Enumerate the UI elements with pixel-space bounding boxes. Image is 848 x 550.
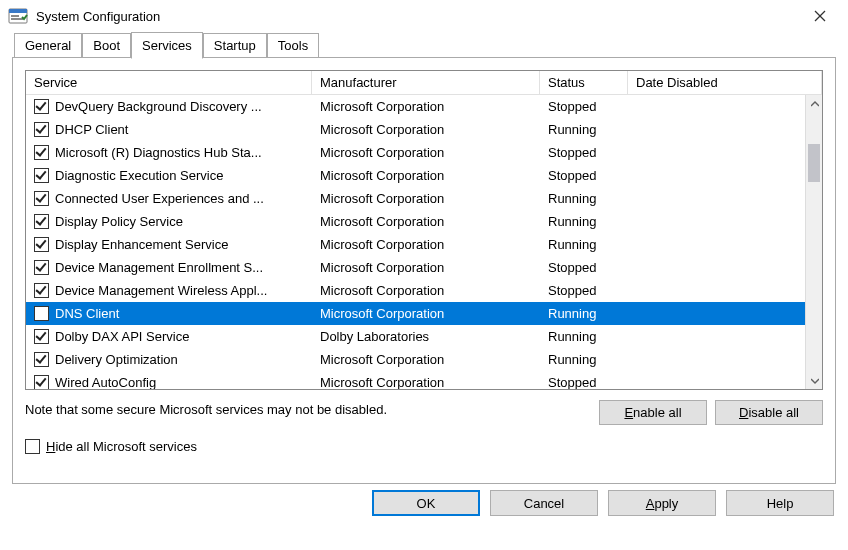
service-checkbox[interactable] [34,352,49,367]
manufacturer-cell: Microsoft Corporation [312,375,540,389]
service-checkbox[interactable] [34,122,49,137]
disable-all-button[interactable]: Disable all [715,400,823,425]
help-button[interactable]: Help [726,490,834,516]
scroll-thumb[interactable] [808,144,820,182]
service-name: Diagnostic Execution Service [55,168,223,183]
service-cell: Display Enhancement Service [26,237,312,252]
status-cell: Stopped [540,260,628,275]
table-row[interactable]: DNS ClientMicrosoft CorporationRunning [26,302,808,325]
service-checkbox[interactable] [34,214,49,229]
service-cell: Device Management Wireless Appl... [26,283,312,298]
service-checkbox[interactable] [34,375,49,389]
service-cell: DHCP Client [26,122,312,137]
table-row[interactable]: Delivery OptimizationMicrosoft Corporati… [26,348,808,371]
services-list[interactable]: Service Manufacturer Status Date Disable… [25,70,823,390]
table-row[interactable]: Display Enhancement ServiceMicrosoft Cor… [26,233,808,256]
table-row[interactable]: Display Policy ServiceMicrosoft Corporat… [26,210,808,233]
manufacturer-cell: Microsoft Corporation [312,306,540,321]
status-cell: Running [540,122,628,137]
service-checkbox[interactable] [34,237,49,252]
status-cell: Running [540,352,628,367]
service-cell: Wired AutoConfig [26,375,312,389]
service-checkbox[interactable] [34,329,49,344]
tab-general[interactable]: General [14,33,82,58]
service-cell: DevQuery Background Discovery ... [26,99,312,114]
svg-rect-2 [11,15,19,17]
table-row[interactable]: Device Management Wireless Appl...Micros… [26,279,808,302]
table-row[interactable]: DevQuery Background Discovery ...Microso… [26,95,808,118]
scroll-up-arrow[interactable] [806,95,822,112]
manufacturer-cell: Microsoft Corporation [312,283,540,298]
service-name: Device Management Enrollment S... [55,260,263,275]
secure-services-note: Note that some secure Microsoft services… [25,400,599,417]
list-header: Service Manufacturer Status Date Disable… [26,71,822,95]
service-name: Wired AutoConfig [55,375,156,389]
services-panel: Service Manufacturer Status Date Disable… [12,58,836,484]
svg-rect-3 [11,18,23,20]
table-row[interactable]: Device Management Enrollment S...Microso… [26,256,808,279]
table-row[interactable]: Wired AutoConfigMicrosoft CorporationSto… [26,371,808,389]
ok-button[interactable]: OK [372,490,480,516]
tab-services[interactable]: Services [131,32,203,59]
manufacturer-cell: Microsoft Corporation [312,145,540,160]
col-status[interactable]: Status [540,71,628,95]
tab-startup[interactable]: Startup [203,33,267,58]
manufacturer-cell: Dolby Laboratories [312,329,540,344]
dialog-button-bar: OK Cancel Apply Help [0,490,848,526]
table-row[interactable]: Connected User Experiences and ...Micros… [26,187,808,210]
manufacturer-cell: Microsoft Corporation [312,352,540,367]
status-cell: Stopped [540,375,628,389]
service-cell: Microsoft (R) Diagnostics Hub Sta... [26,145,312,160]
vertical-scrollbar[interactable] [805,95,822,389]
service-name: DevQuery Background Discovery ... [55,99,262,114]
col-service[interactable]: Service [26,71,312,95]
table-row[interactable]: Dolby DAX API ServiceDolby LaboratoriesR… [26,325,808,348]
service-checkbox[interactable] [34,168,49,183]
close-button[interactable] [800,2,840,30]
manufacturer-cell: Microsoft Corporation [312,99,540,114]
table-row[interactable]: DHCP ClientMicrosoft CorporationRunning [26,118,808,141]
tab-boot[interactable]: Boot [82,33,131,58]
manufacturer-cell: Microsoft Corporation [312,214,540,229]
status-cell: Running [540,237,628,252]
app-icon [8,6,28,26]
service-name: Device Management Wireless Appl... [55,283,267,298]
table-row[interactable]: Diagnostic Execution ServiceMicrosoft Co… [26,164,808,187]
list-body: DevQuery Background Discovery ...Microso… [26,95,822,389]
service-checkbox[interactable] [34,99,49,114]
status-cell: Running [540,306,628,321]
service-checkbox[interactable] [34,191,49,206]
service-cell: Diagnostic Execution Service [26,168,312,183]
service-name: Connected User Experiences and ... [55,191,264,206]
title-bar: System Configuration [0,0,848,32]
service-checkbox[interactable] [34,306,49,321]
chevron-down-icon [811,378,819,384]
service-name: Display Policy Service [55,214,183,229]
col-manufacturer[interactable]: Manufacturer [312,71,540,95]
scroll-down-arrow[interactable] [806,372,822,389]
hide-microsoft-checkbox[interactable] [25,439,40,454]
manufacturer-cell: Microsoft Corporation [312,122,540,137]
hide-microsoft-label[interactable]: Hide all Microsoft services [46,439,197,454]
service-checkbox[interactable] [34,260,49,275]
tab-tools[interactable]: Tools [267,33,319,58]
table-row[interactable]: Microsoft (R) Diagnostics Hub Sta...Micr… [26,141,808,164]
scroll-track[interactable] [806,112,822,372]
svg-rect-1 [9,9,27,13]
service-cell: DNS Client [26,306,312,321]
service-name: Display Enhancement Service [55,237,228,252]
service-name: DNS Client [55,306,119,321]
service-name: Delivery Optimization [55,352,178,367]
service-checkbox[interactable] [34,145,49,160]
cancel-button[interactable]: Cancel [490,490,598,516]
apply-button[interactable]: Apply [608,490,716,516]
enable-all-button[interactable]: Enable all [599,400,707,425]
window-title: System Configuration [36,9,800,24]
status-cell: Running [540,329,628,344]
service-name: Microsoft (R) Diagnostics Hub Sta... [55,145,262,160]
manufacturer-cell: Microsoft Corporation [312,237,540,252]
service-checkbox[interactable] [34,283,49,298]
col-date-disabled[interactable]: Date Disabled [628,71,822,95]
tab-strip: General Boot Services Startup Tools [0,32,848,58]
service-cell: Dolby DAX API Service [26,329,312,344]
